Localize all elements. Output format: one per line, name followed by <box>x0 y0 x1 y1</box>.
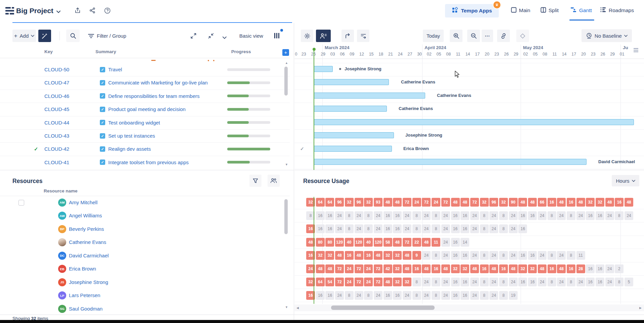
resource-row[interactable]: JSJosephine Strong <box>0 276 290 289</box>
gantt-bar[interactable] <box>314 146 392 152</box>
leveling-button[interactable] <box>357 30 369 42</box>
table-row[interactable]: ✓CLOUD-42✓Realign dev assets <box>0 142 290 156</box>
resource-checkbox[interactable] <box>18 200 24 206</box>
issue-key[interactable]: CLOUD-47 <box>44 76 69 89</box>
resource-row[interactable]: SGSaul Goodman <box>0 302 290 315</box>
gantt-chart[interactable]: March 2024April 2024May 2024Ju0232629030… <box>294 44 644 170</box>
resource-name[interactable]: Catherine Evans <box>69 236 106 249</box>
baseline-selector[interactable]: No Baseline <box>581 29 632 42</box>
project-title-menu[interactable]: Big Project <box>16 0 61 22</box>
issue-key[interactable]: CLOUD-46 <box>44 89 69 103</box>
table-row[interactable]: CLOUD-43✓Set up test instances <box>0 129 290 143</box>
resource-row[interactable]: AMAmy Mitchell <box>0 197 290 209</box>
export-icon[interactable] <box>75 7 81 15</box>
resource-row[interactable]: LPLars Petersen <box>0 289 290 302</box>
resource-row[interactable]: BPBeverly Perkins <box>0 222 290 236</box>
panel-divider[interactable] <box>294 23 294 320</box>
resource-name[interactable]: Saul Goodman <box>69 302 103 315</box>
scroll-down-arrow[interactable]: ▼ <box>285 306 288 309</box>
tab-split[interactable]: Split <box>540 0 559 21</box>
resource-name[interactable]: Amy Mitchell <box>69 197 97 209</box>
help-icon[interactable] <box>104 7 111 15</box>
gantt-bar[interactable] <box>314 93 425 99</box>
resource-name[interactable]: Lars Petersen <box>69 289 100 302</box>
resources-filter-button[interactable] <box>249 175 261 187</box>
resource-panel-toggle-button[interactable] <box>316 30 331 42</box>
table-row[interactable]: CLOUD-45✓Product goal meeting and decisi… <box>0 103 290 116</box>
tab-roadmaps[interactable]: Roadmaps <box>600 0 634 21</box>
more-options-button[interactable]: ⋯ <box>482 30 493 42</box>
gantt-bar[interactable] <box>314 66 333 72</box>
usage-unit-selector[interactable]: Hours <box>612 175 639 186</box>
resource-name[interactable]: Angel Williams <box>69 209 102 222</box>
gantt-bar[interactable] <box>314 106 387 112</box>
issue-summary[interactable]: Test onboarding widget <box>108 116 160 129</box>
filter-group-button[interactable]: Filter / Group <box>88 30 126 42</box>
right-section-divider[interactable] <box>294 170 644 170</box>
add-column-button[interactable]: + <box>282 49 289 56</box>
issue-summary[interactable]: Set up test instances <box>108 129 155 142</box>
column-header-summary[interactable]: Summary <box>95 49 116 54</box>
issue-key[interactable]: CLOUD-42 <box>44 142 69 155</box>
resource-row[interactable]: EBErica Brown <box>0 262 290 276</box>
tab-main[interactable]: Main <box>511 0 530 21</box>
scroll-right-arrow[interactable]: ▶ <box>639 306 642 310</box>
view-name-label[interactable]: Basic view <box>239 30 263 42</box>
issue-summary[interactable]: Define responsibilities for team members <box>108 89 200 103</box>
table-row[interactable]: CLOUD-41✓Integrate toolset from previous… <box>0 156 290 167</box>
resources-scrollbar-thumb[interactable] <box>284 199 288 234</box>
resource-name[interactable]: Erica Brown <box>69 262 96 276</box>
resource-row[interactable]: Catherine Evans <box>0 236 290 249</box>
issue-summary[interactable]: Integrate toolset from previous apps <box>108 156 189 167</box>
issue-summary[interactable]: Product goal meeting and decision <box>108 103 186 116</box>
timeline-list-icon[interactable] <box>633 48 639 54</box>
issue-key[interactable]: CLOUD-43 <box>44 129 69 142</box>
issue-summary[interactable]: Communicate with Marketing for go-live p… <box>108 76 208 89</box>
zoom-out-button[interactable] <box>467 30 480 42</box>
tempo-apps-button[interactable]: Tempo Apps <box>445 4 499 17</box>
resource-row[interactable]: DCDavid Carmichael <box>0 249 290 262</box>
issue-summary[interactable]: Realign dev assets <box>108 142 151 155</box>
table-scrollbar-thumb[interactable] <box>284 67 288 96</box>
scroll-left-arrow[interactable]: ◀ <box>296 306 299 310</box>
resource-name[interactable]: David Carmichael <box>69 249 109 262</box>
columns-icon[interactable] <box>274 33 280 38</box>
collapse-all-icon[interactable] <box>208 33 214 40</box>
table-row[interactable]: CLOUD-46✓Define responsibilities for tea… <box>0 89 290 103</box>
issue-key[interactable]: CLOUD-41 <box>44 156 69 167</box>
tab-gantt[interactable]: Gantt <box>571 0 592 21</box>
column-header-resource-name[interactable]: Resource name <box>44 188 78 193</box>
today-button[interactable]: Today <box>423 30 444 42</box>
auto-schedule-button[interactable] <box>341 30 354 42</box>
chevron-down-icon[interactable] <box>223 34 227 40</box>
gantt-settings-button[interactable] <box>301 30 313 42</box>
link-mode-button[interactable] <box>497 30 510 42</box>
magic-wand-button[interactable] <box>38 30 51 42</box>
share-icon[interactable] <box>89 7 95 15</box>
milestone-button[interactable] <box>516 30 529 42</box>
add-button[interactable]: + Add <box>12 30 36 42</box>
usage-scrollbar-thumb[interactable] <box>331 306 435 310</box>
column-header-key[interactable]: Key <box>44 49 53 54</box>
resource-row[interactable]: AWAngel Williams <box>0 209 290 222</box>
table-row[interactable]: CLOUD-50✓Travel <box>0 63 290 76</box>
column-header-progress[interactable]: Progress <box>231 49 251 54</box>
issue-key[interactable]: CLOUD-50 <box>44 63 69 76</box>
search-button[interactable] <box>66 30 80 42</box>
left-section-divider[interactable] <box>0 170 294 170</box>
issue-key[interactable]: CLOUD-45 <box>44 103 69 116</box>
scroll-down-arrow[interactable]: ▼ <box>285 163 288 166</box>
scroll-up-arrow[interactable]: ▲ <box>285 61 288 65</box>
table-row[interactable]: CLOUD-47✓Communicate with Marketing for … <box>0 76 290 89</box>
gantt-bar[interactable] <box>314 119 634 125</box>
gantt-bar[interactable] <box>314 159 587 165</box>
table-row[interactable]: CLOUD-44✓Test onboarding widget <box>0 116 290 130</box>
zoom-in-button[interactable] <box>450 30 462 42</box>
resources-people-button[interactable] <box>268 175 280 187</box>
issue-summary[interactable]: Travel <box>108 63 122 76</box>
gantt-bar[interactable] <box>314 79 389 85</box>
expand-all-icon[interactable] <box>190 33 197 40</box>
resource-name[interactable]: Beverly Perkins <box>69 222 104 236</box>
resource-name[interactable]: Josephine Strong <box>69 276 108 289</box>
gantt-bar[interactable] <box>314 132 394 138</box>
